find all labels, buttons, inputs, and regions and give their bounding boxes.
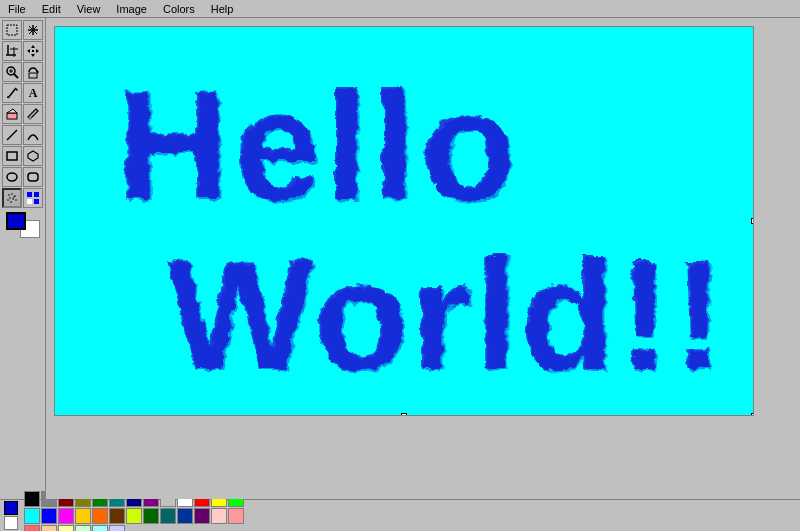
main-area: A: [0, 18, 800, 499]
svg-rect-26: [7, 152, 17, 160]
menu-help[interactable]: Help: [207, 2, 238, 16]
palette-bar: [0, 499, 800, 531]
palette-color-20[interactable]: [143, 508, 159, 524]
tool-pencil[interactable]: [2, 83, 22, 103]
svg-rect-42: [34, 199, 39, 204]
palette-color-25[interactable]: [228, 508, 244, 524]
toolbar: A: [0, 18, 46, 499]
tool-pattern[interactable]: [23, 188, 43, 208]
current-fg-color[interactable]: [4, 501, 18, 515]
palette-color-16[interactable]: [75, 508, 91, 524]
palette-color-14[interactable]: [41, 508, 57, 524]
svg-line-19: [8, 88, 16, 98]
svg-rect-41: [27, 199, 32, 204]
svg-point-28: [7, 173, 17, 181]
tool-crop[interactable]: [2, 41, 22, 61]
svg-rect-22: [7, 113, 17, 119]
resize-handle-bottom[interactable]: [401, 413, 407, 416]
menu-view[interactable]: View: [73, 2, 105, 16]
resize-handle-corner[interactable]: [751, 413, 754, 416]
svg-marker-8: [31, 45, 35, 48]
palette-color-24[interactable]: [211, 508, 227, 524]
color-boxes: [6, 212, 40, 238]
menubar: File Edit View Image Colors Help: [0, 0, 800, 18]
palette-color-31[interactable]: [109, 525, 125, 532]
tool-move[interactable]: [23, 41, 43, 61]
foreground-color[interactable]: [6, 212, 26, 230]
svg-marker-11: [36, 49, 39, 53]
svg-point-37: [10, 201, 12, 203]
palette-color-21[interactable]: [160, 508, 176, 524]
menu-colors[interactable]: Colors: [159, 2, 199, 16]
palette-color-0[interactable]: [24, 491, 40, 507]
tool-magic-wand[interactable]: [23, 20, 43, 40]
menu-image[interactable]: Image: [112, 2, 151, 16]
tool-polygon[interactable]: [23, 146, 43, 166]
tool-eraser[interactable]: [2, 104, 22, 124]
svg-line-25: [7, 130, 17, 140]
svg-point-30: [8, 194, 10, 196]
tool-curve[interactable]: [23, 125, 43, 145]
menu-file[interactable]: File: [4, 2, 30, 16]
tool-text[interactable]: A: [23, 83, 43, 103]
svg-marker-21: [7, 96, 8, 98]
palette-color-22[interactable]: [177, 508, 193, 524]
resize-handle-right[interactable]: [751, 218, 754, 224]
svg-marker-23: [7, 109, 17, 113]
tool-spray[interactable]: [2, 188, 22, 208]
tool-grid: A: [2, 20, 44, 208]
svg-line-14: [14, 74, 18, 78]
svg-marker-9: [31, 54, 35, 57]
canvas-svg: Hello World!! Hello World!!: [55, 27, 753, 415]
color-selector: [6, 212, 40, 240]
palette-color-18[interactable]: [109, 508, 125, 524]
palette-color-28[interactable]: [58, 525, 74, 532]
tool-line[interactable]: [2, 125, 22, 145]
svg-text:World!!: World!!: [167, 229, 727, 402]
palette-color-23[interactable]: [194, 508, 210, 524]
svg-point-24: [29, 117, 32, 120]
tool-rect[interactable]: [2, 146, 22, 166]
svg-marker-27: [28, 151, 38, 161]
svg-point-38: [13, 196, 15, 198]
svg-rect-18: [29, 73, 37, 78]
svg-text:Hello: Hello: [117, 59, 521, 232]
palette-color-17[interactable]: [92, 508, 108, 524]
palette-color-29[interactable]: [75, 525, 91, 532]
palette-color-27[interactable]: [41, 525, 57, 532]
svg-point-35: [7, 199, 9, 201]
paint-canvas[interactable]: Hello World!! Hello World!!: [54, 26, 754, 416]
tool-ellipse[interactable]: [2, 167, 22, 187]
palette-color-26[interactable]: [24, 525, 40, 532]
svg-point-34: [12, 198, 14, 200]
svg-rect-12: [32, 50, 34, 52]
canvas-area: Hello World!! Hello World!!: [46, 18, 800, 499]
palette-color-15[interactable]: [58, 508, 74, 524]
svg-marker-10: [27, 49, 30, 53]
palette-color-19[interactable]: [126, 508, 142, 524]
svg-rect-40: [34, 192, 39, 197]
svg-point-31: [11, 193, 13, 195]
tool-eyedropper[interactable]: [23, 104, 43, 124]
svg-point-33: [9, 197, 11, 199]
palette-color-30[interactable]: [92, 525, 108, 532]
tool-zoom[interactable]: [2, 62, 22, 82]
svg-rect-39: [27, 192, 32, 197]
palette-color-13[interactable]: [24, 508, 40, 524]
tool-free-select[interactable]: [2, 20, 22, 40]
tool-rounded-rect[interactable]: [23, 167, 43, 187]
current-bg-color[interactable]: [4, 516, 18, 530]
svg-rect-29: [28, 173, 38, 181]
tool-rotate[interactable]: [23, 62, 43, 82]
svg-point-36: [15, 199, 17, 201]
menu-edit[interactable]: Edit: [38, 2, 65, 16]
